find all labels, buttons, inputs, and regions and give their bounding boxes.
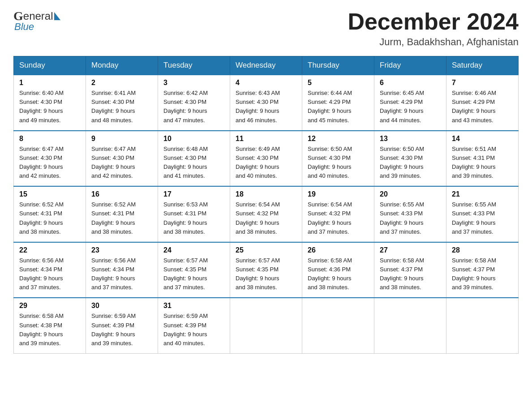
day-info: Sunrise: 6:47 AMSunset: 4:30 PMDaylight:… xyxy=(91,145,152,181)
day-info: Sunrise: 6:50 AMSunset: 4:30 PMDaylight:… xyxy=(308,145,369,181)
day-info: Sunrise: 6:44 AMSunset: 4:29 PMDaylight:… xyxy=(308,89,369,125)
day-info: Sunrise: 6:53 AMSunset: 4:31 PMDaylight:… xyxy=(163,200,224,236)
day-number: 31 xyxy=(163,302,224,310)
calendar-cell: 17Sunrise: 6:53 AMSunset: 4:31 PMDayligh… xyxy=(158,186,230,242)
day-header-friday: Friday xyxy=(374,56,446,75)
calendar-week-3: 15Sunrise: 6:52 AMSunset: 4:31 PMDayligh… xyxy=(14,186,519,242)
day-number: 26 xyxy=(308,246,369,254)
calendar-table: SundayMondayTuesdayWednesdayThursdayFrid… xyxy=(13,56,519,354)
day-info: Sunrise: 6:40 AMSunset: 4:30 PMDaylight:… xyxy=(19,89,80,125)
calendar-cell: 27Sunrise: 6:58 AMSunset: 4:37 PMDayligh… xyxy=(374,242,446,298)
logo-flag-icon xyxy=(54,12,60,20)
calendar-cell: 18Sunrise: 6:54 AMSunset: 4:32 PMDayligh… xyxy=(230,186,302,242)
day-info: Sunrise: 6:57 AMSunset: 4:35 PMDaylight:… xyxy=(163,256,224,292)
calendar-cell: 29Sunrise: 6:58 AMSunset: 4:38 PMDayligh… xyxy=(14,298,86,353)
calendar-cell: 24Sunrise: 6:57 AMSunset: 4:35 PMDayligh… xyxy=(158,242,230,298)
calendar-cell: 3Sunrise: 6:42 AMSunset: 4:30 PMDaylight… xyxy=(158,75,230,131)
month-year-title: December 2024 xyxy=(348,9,519,34)
day-info: Sunrise: 6:59 AMSunset: 4:39 PMDaylight:… xyxy=(163,312,224,348)
calendar-cell xyxy=(374,298,446,353)
day-info: Sunrise: 6:41 AMSunset: 4:30 PMDaylight:… xyxy=(91,89,152,125)
day-number: 4 xyxy=(236,79,296,87)
calendar-cell: 23Sunrise: 6:56 AMSunset: 4:34 PMDayligh… xyxy=(86,242,158,298)
calendar-cell: 19Sunrise: 6:54 AMSunset: 4:32 PMDayligh… xyxy=(302,186,374,242)
calendar-cell: 20Sunrise: 6:55 AMSunset: 4:33 PMDayligh… xyxy=(374,186,446,242)
calendar-cell xyxy=(302,298,374,353)
logo: G eneral Blue xyxy=(13,9,60,33)
day-info: Sunrise: 6:45 AMSunset: 4:29 PMDaylight:… xyxy=(380,89,441,125)
calendar-cell xyxy=(230,298,302,353)
day-info: Sunrise: 6:58 AMSunset: 4:37 PMDaylight:… xyxy=(380,256,441,292)
day-number: 22 xyxy=(19,246,80,254)
day-number: 3 xyxy=(163,79,224,87)
day-number: 12 xyxy=(308,135,369,143)
day-number: 8 xyxy=(19,135,80,143)
day-info: Sunrise: 6:52 AMSunset: 4:31 PMDaylight:… xyxy=(91,200,152,236)
calendar-cell: 25Sunrise: 6:57 AMSunset: 4:35 PMDayligh… xyxy=(230,242,302,298)
day-header-monday: Monday xyxy=(86,56,158,75)
calendar-cell: 21Sunrise: 6:55 AMSunset: 4:33 PMDayligh… xyxy=(446,186,519,242)
day-info: Sunrise: 6:50 AMSunset: 4:30 PMDaylight:… xyxy=(380,145,441,181)
day-number: 19 xyxy=(308,190,369,198)
day-number: 1 xyxy=(19,79,80,87)
day-info: Sunrise: 6:43 AMSunset: 4:30 PMDaylight:… xyxy=(236,89,296,125)
day-number: 14 xyxy=(452,135,513,143)
day-number: 23 xyxy=(91,246,152,254)
day-number: 25 xyxy=(236,246,296,254)
day-number: 20 xyxy=(380,190,441,198)
calendar-cell: 8Sunrise: 6:47 AMSunset: 4:30 PMDaylight… xyxy=(14,131,86,187)
calendar-cell: 7Sunrise: 6:46 AMSunset: 4:29 PMDaylight… xyxy=(446,75,519,131)
calendar-cell: 26Sunrise: 6:58 AMSunset: 4:36 PMDayligh… xyxy=(302,242,374,298)
calendar-week-5: 29Sunrise: 6:58 AMSunset: 4:38 PMDayligh… xyxy=(14,298,519,353)
day-number: 18 xyxy=(236,190,296,198)
calendar-week-4: 22Sunrise: 6:56 AMSunset: 4:34 PMDayligh… xyxy=(14,242,519,298)
day-info: Sunrise: 6:55 AMSunset: 4:33 PMDaylight:… xyxy=(452,200,513,236)
day-info: Sunrise: 6:49 AMSunset: 4:30 PMDaylight:… xyxy=(236,145,296,181)
calendar-cell: 13Sunrise: 6:50 AMSunset: 4:30 PMDayligh… xyxy=(374,131,446,187)
day-number: 11 xyxy=(236,135,296,143)
calendar-cell: 9Sunrise: 6:47 AMSunset: 4:30 PMDaylight… xyxy=(86,131,158,187)
day-info: Sunrise: 6:56 AMSunset: 4:34 PMDaylight:… xyxy=(19,256,80,292)
page-header: G eneral Blue December 2024 Jurm, Badakh… xyxy=(13,9,519,48)
calendar-cell: 1Sunrise: 6:40 AMSunset: 4:30 PMDaylight… xyxy=(14,75,86,131)
day-header-sunday: Sunday xyxy=(14,56,86,75)
day-number: 13 xyxy=(380,135,441,143)
calendar-cell: 10Sunrise: 6:48 AMSunset: 4:30 PMDayligh… xyxy=(158,131,230,187)
day-number: 28 xyxy=(452,246,513,254)
day-number: 15 xyxy=(19,190,80,198)
day-info: Sunrise: 6:57 AMSunset: 4:35 PMDaylight:… xyxy=(236,256,296,292)
logo-eneral: eneral xyxy=(23,10,53,22)
day-number: 5 xyxy=(308,79,369,87)
day-number: 27 xyxy=(380,246,441,254)
day-number: 21 xyxy=(452,190,513,198)
calendar-cell: 30Sunrise: 6:59 AMSunset: 4:39 PMDayligh… xyxy=(86,298,158,353)
day-info: Sunrise: 6:51 AMSunset: 4:31 PMDaylight:… xyxy=(452,145,513,181)
calendar-cell: 12Sunrise: 6:50 AMSunset: 4:30 PMDayligh… xyxy=(302,131,374,187)
day-info: Sunrise: 6:55 AMSunset: 4:33 PMDaylight:… xyxy=(380,200,441,236)
header-row: SundayMondayTuesdayWednesdayThursdayFrid… xyxy=(14,56,519,75)
calendar-cell: 22Sunrise: 6:56 AMSunset: 4:34 PMDayligh… xyxy=(14,242,86,298)
day-info: Sunrise: 6:59 AMSunset: 4:39 PMDaylight:… xyxy=(91,312,152,348)
day-number: 24 xyxy=(163,246,224,254)
day-info: Sunrise: 6:47 AMSunset: 4:30 PMDaylight:… xyxy=(19,145,80,181)
day-info: Sunrise: 6:52 AMSunset: 4:31 PMDaylight:… xyxy=(19,200,80,236)
calendar-cell: 4Sunrise: 6:43 AMSunset: 4:30 PMDaylight… xyxy=(230,75,302,131)
calendar-cell: 6Sunrise: 6:45 AMSunset: 4:29 PMDaylight… xyxy=(374,75,446,131)
day-info: Sunrise: 6:56 AMSunset: 4:34 PMDaylight:… xyxy=(91,256,152,292)
day-info: Sunrise: 6:48 AMSunset: 4:30 PMDaylight:… xyxy=(163,145,224,181)
day-number: 30 xyxy=(91,302,152,310)
logo-blue: Blue xyxy=(14,21,60,33)
location-subtitle: Jurm, Badakhshan, Afghanistan xyxy=(348,36,519,48)
calendar-week-1: 1Sunrise: 6:40 AMSunset: 4:30 PMDaylight… xyxy=(14,75,519,131)
day-number: 7 xyxy=(452,79,513,87)
day-number: 29 xyxy=(19,302,80,310)
day-info: Sunrise: 6:58 AMSunset: 4:37 PMDaylight:… xyxy=(452,256,513,292)
calendar-week-2: 8Sunrise: 6:47 AMSunset: 4:30 PMDaylight… xyxy=(14,131,519,187)
calendar-cell: 28Sunrise: 6:58 AMSunset: 4:37 PMDayligh… xyxy=(446,242,519,298)
calendar-cell: 15Sunrise: 6:52 AMSunset: 4:31 PMDayligh… xyxy=(14,186,86,242)
day-info: Sunrise: 6:54 AMSunset: 4:32 PMDaylight:… xyxy=(308,200,369,236)
day-info: Sunrise: 6:54 AMSunset: 4:32 PMDaylight:… xyxy=(236,200,296,236)
day-info: Sunrise: 6:42 AMSunset: 4:30 PMDaylight:… xyxy=(163,89,224,125)
day-header-thursday: Thursday xyxy=(302,56,374,75)
day-info: Sunrise: 6:46 AMSunset: 4:29 PMDaylight:… xyxy=(452,89,513,125)
